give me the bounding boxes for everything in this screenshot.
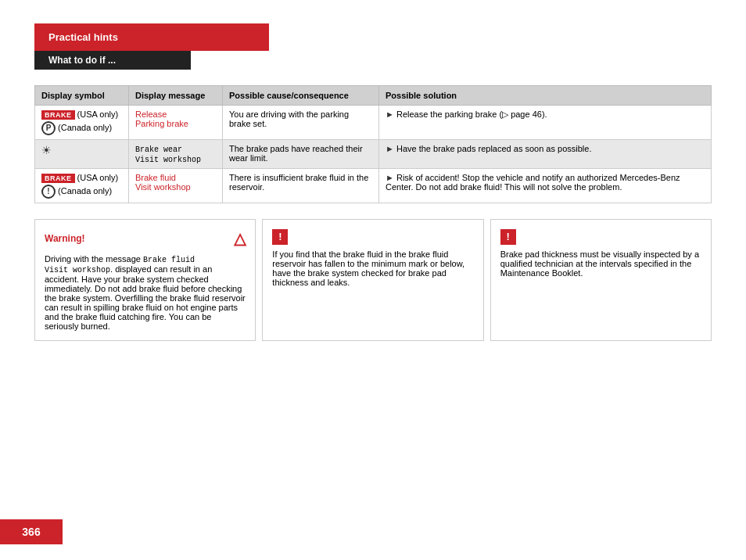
info-icon-1: ! [272, 229, 288, 245]
cause-cell-3: There is insufficient brake fluid in the… [223, 169, 379, 203]
header-red-banner: Practical hints [34, 23, 269, 51]
info-box-1: ! If you find that the brake fluid in th… [262, 219, 483, 341]
circle-p-icon: P [41, 121, 56, 135]
table-row: BRAKE (USA only) ! (Canada only) Brake f… [35, 169, 712, 203]
solution-cell-1: ► Release the parking brake (▷ page 46). [379, 106, 712, 140]
header-black-banner: What to do if ... [34, 51, 191, 70]
cause-cell-1: You are driving with the parking brake s… [223, 106, 379, 140]
info-icon-2: ! [500, 229, 516, 245]
col-display-symbol: Display symbol [35, 86, 129, 106]
message-cell-3: Brake fluidVisit workshop [129, 169, 223, 203]
warning-box: Warning! △ Driving with the message Brak… [34, 219, 256, 341]
page-title: Practical hints [48, 31, 118, 43]
col-solution: Possible solution [379, 86, 712, 106]
symbol-cell-1: BRAKE (USA only) P (Canada only) [35, 106, 129, 140]
page-number: 366 [0, 519, 63, 544]
warning-body: Driving with the message Brake fluidVisi… [45, 254, 246, 331]
info-body-1: If you find that the brake fluid in the … [272, 249, 473, 287]
message-cell-2: Brake wearVisit workshop [129, 140, 223, 169]
message-cell-1: ReleaseParking brake [129, 106, 223, 140]
main-table: Display symbol Display message Possible … [34, 85, 712, 203]
brake-badge-1: BRAKE [41, 110, 75, 120]
symbol-cell-3: BRAKE (USA only) ! (Canada only) [35, 169, 129, 203]
bottom-section: Warning! △ Driving with the message Brak… [34, 219, 712, 341]
table-row: BRAKE (USA only) P (Canada only) Release… [35, 106, 712, 140]
warning-triangle-icon: △ [234, 229, 246, 248]
col-display-message: Display message [129, 86, 223, 106]
info-body-2: Brake pad thickness must be visually ins… [500, 249, 701, 278]
solution-cell-2: ► Have the brake pads replaced as soon a… [379, 140, 712, 169]
cause-cell-2: The brake pads have reached their wear l… [223, 140, 379, 169]
solution-cell-3: ► Risk of accident! Stop the vehicle and… [379, 169, 712, 203]
warning-title-text: Warning! [45, 233, 85, 244]
circle-excl-icon: ! [41, 185, 56, 199]
table-row: ☀ Brake wearVisit workshop The brake pad… [35, 140, 712, 169]
page-subtitle: What to do if ... [48, 55, 116, 66]
col-cause: Possible cause/consequence [223, 86, 379, 106]
sun-icon: ☀ [41, 144, 52, 156]
brake-badge-3: BRAKE [41, 174, 75, 183]
symbol-cell-2: ☀ [35, 140, 129, 169]
info-box-2: ! Brake pad thickness must be visually i… [490, 219, 712, 341]
